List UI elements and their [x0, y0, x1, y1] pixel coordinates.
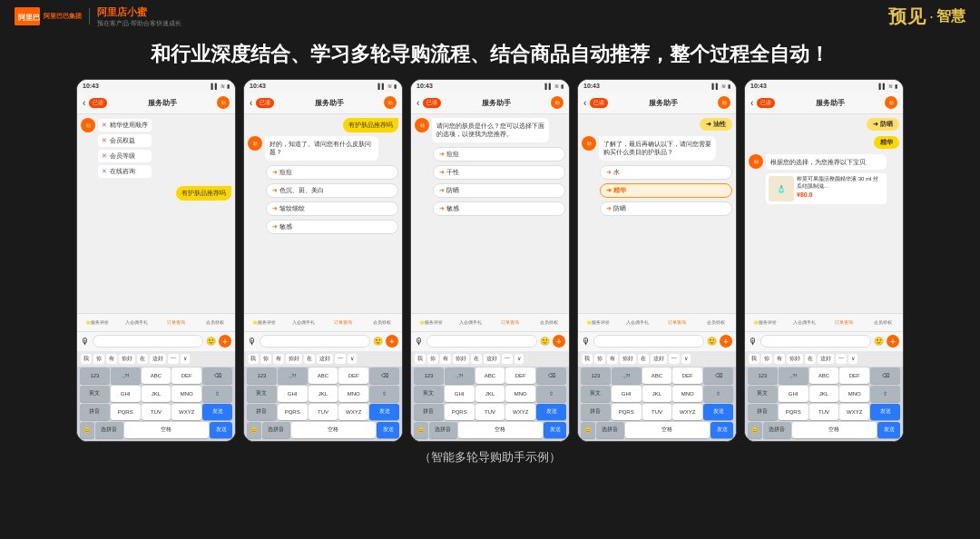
- key-tuv[interactable]: TUV: [142, 404, 172, 420]
- tab-service-eval-5[interactable]: ⭐服务评价: [745, 318, 785, 327]
- key3-jkl[interactable]: JKL: [475, 386, 505, 402]
- key3-send[interactable]: 发送: [536, 404, 566, 420]
- input-field-5[interactable]: [760, 335, 871, 348]
- key5-del[interactable]: ⌫: [870, 368, 900, 384]
- plus-btn-4[interactable]: +: [720, 335, 732, 348]
- key3-def[interactable]: DEF: [505, 368, 535, 384]
- tab-join-2[interactable]: 入会偶手礼: [284, 318, 324, 327]
- key3-punct[interactable]: .,?!: [445, 368, 475, 384]
- key3-abc[interactable]: ABC: [475, 368, 505, 384]
- input-field-3[interactable]: [426, 335, 537, 348]
- qw-4[interactable]: 你好: [119, 354, 135, 364]
- key3-shift[interactable]: ⇧: [536, 386, 566, 402]
- tab-member-5[interactable]: 会员特权: [864, 318, 904, 327]
- key3-en[interactable]: 英文: [414, 386, 444, 402]
- qw4-1[interactable]: 我: [582, 354, 593, 364]
- back-arrow-3[interactable]: ‹: [416, 98, 419, 108]
- plus-btn-1[interactable]: +: [219, 335, 231, 348]
- qw5-4[interactable]: 你好: [787, 354, 803, 364]
- key5-abc[interactable]: ABC: [809, 368, 839, 384]
- key5-ghi[interactable]: GHI: [779, 386, 808, 402]
- qw3-6[interactable]: 这好: [484, 354, 500, 364]
- key5-tuv[interactable]: TUV: [809, 404, 839, 420]
- opt-4b[interactable]: ➜精华: [600, 183, 732, 198]
- qw3-1[interactable]: 我: [415, 354, 426, 364]
- mic-icon-1[interactable]: 🎙: [81, 337, 90, 347]
- opt-4c[interactable]: ➜防晒: [600, 201, 732, 216]
- tab-order-1[interactable]: 订单查询: [156, 318, 196, 327]
- input-field-4[interactable]: [593, 335, 704, 348]
- input-field-1[interactable]: [93, 335, 203, 348]
- key3-space[interactable]: 空格: [458, 422, 543, 438]
- key5-send[interactable]: 发送: [870, 404, 900, 420]
- tab-service-eval-2[interactable]: ⭐服务评价: [244, 318, 284, 327]
- mic-icon-2[interactable]: 🎙: [248, 337, 257, 347]
- key-123[interactable]: 123: [80, 368, 110, 384]
- qw4-4[interactable]: 你好: [620, 354, 636, 364]
- key4-ghi[interactable]: GHI: [612, 386, 642, 402]
- emoji-icon-4[interactable]: 🙂: [707, 337, 717, 346]
- key4-select-pinyin[interactable]: 选拼音: [596, 422, 624, 438]
- key-abc[interactable]: ABC: [142, 368, 172, 384]
- back-arrow-5[interactable]: ‹: [750, 98, 753, 108]
- qw4-5[interactable]: 在: [638, 354, 649, 364]
- key3-ghi[interactable]: GHI: [445, 386, 475, 402]
- input-field-2[interactable]: [260, 335, 370, 348]
- key3-select-pinyin[interactable]: 选拼音: [429, 422, 457, 438]
- key2-wxyz[interactable]: WXYZ: [338, 404, 368, 420]
- key5-pqrs[interactable]: PQRS: [779, 404, 808, 420]
- key2-punct[interactable]: .,?!: [278, 368, 308, 384]
- key-shift[interactable]: ⇧: [202, 386, 232, 402]
- mic-icon-3[interactable]: 🎙: [415, 337, 424, 347]
- key-punct[interactable]: .,?!: [111, 368, 141, 384]
- qw-6[interactable]: 这好: [150, 354, 166, 364]
- key5-def[interactable]: DEF: [839, 368, 869, 384]
- key2-space[interactable]: 空格: [291, 422, 376, 438]
- qw4-8[interactable]: ∨: [681, 354, 691, 364]
- tab-member-1[interactable]: 会员特权: [196, 318, 236, 327]
- key5-send2[interactable]: 发送: [877, 422, 900, 438]
- tab-order-5[interactable]: 订单查询: [824, 318, 864, 327]
- key2-123[interactable]: 123: [247, 368, 277, 384]
- tab-member-3[interactable]: 会员特权: [530, 318, 570, 327]
- key-space[interactable]: 空格: [124, 422, 209, 438]
- tab-member-4[interactable]: 会员特权: [697, 318, 737, 327]
- key4-mno[interactable]: MNO: [672, 386, 702, 402]
- back-arrow-4[interactable]: ‹: [583, 98, 586, 108]
- key-pqrs[interactable]: PQRS: [111, 404, 141, 420]
- qw2-4[interactable]: 你好: [286, 354, 302, 364]
- key5-en[interactable]: 英文: [748, 386, 778, 402]
- key-wxyz[interactable]: WXYZ: [172, 404, 201, 420]
- key3-del[interactable]: ⌫: [536, 368, 566, 384]
- key4-def[interactable]: DEF: [672, 368, 702, 384]
- qw5-1[interactable]: 我: [749, 354, 760, 364]
- qw3-4[interactable]: 你好: [453, 354, 469, 364]
- key3-wxyz[interactable]: WXYZ: [505, 404, 535, 420]
- back-arrow-2[interactable]: ‹: [250, 98, 252, 108]
- qw2-5[interactable]: 在: [304, 354, 315, 364]
- qw2-1[interactable]: 我: [248, 354, 259, 364]
- qw-2[interactable]: 你: [93, 354, 104, 364]
- menu-item-1d[interactable]: ✕在线咨询: [98, 165, 152, 178]
- key2-send2[interactable]: 发送: [377, 422, 399, 438]
- opt-2a[interactable]: ➜痘痘: [266, 165, 398, 180]
- key5-123[interactable]: 123: [748, 368, 778, 384]
- key2-pqrs[interactable]: PQRS: [278, 404, 308, 420]
- key4-tuv[interactable]: TUV: [642, 404, 672, 420]
- qw5-8[interactable]: ∨: [848, 354, 858, 364]
- emoji-icon-2[interactable]: 🙂: [373, 337, 383, 346]
- key2-ghi[interactable]: GHI: [278, 386, 308, 402]
- qw-5[interactable]: 在: [137, 354, 148, 364]
- opt-4a[interactable]: ➜水: [600, 165, 732, 180]
- key4-123[interactable]: 123: [581, 368, 611, 384]
- key5-shift[interactable]: ⇧: [870, 386, 900, 402]
- qw2-8[interactable]: ∨: [348, 354, 357, 364]
- key5-emoji[interactable]: 😊: [748, 422, 762, 438]
- tab-order-2[interactable]: 订单查询: [323, 318, 363, 327]
- menu-item-1c[interactable]: ✕会员等级: [98, 150, 152, 162]
- key5-select-pinyin[interactable]: 选拼音: [763, 422, 791, 438]
- menu-item-1b[interactable]: ✕会员权益: [98, 134, 152, 147]
- menu-item-1a[interactable]: ✕精华使用顺序: [98, 119, 152, 132]
- key2-en[interactable]: 英文: [247, 386, 277, 402]
- qw-7[interactable]: —: [168, 354, 179, 364]
